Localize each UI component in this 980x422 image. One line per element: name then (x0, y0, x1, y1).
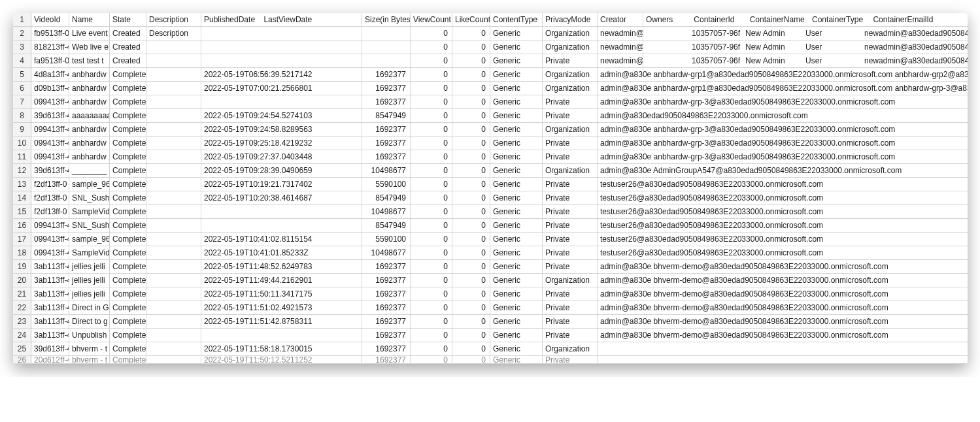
cell-contenttype[interactable]: Generic (490, 329, 543, 342)
cell-privacymode[interactable]: Organization (543, 164, 598, 178)
col-header-privacymode[interactable]: PrivacyMode (543, 13, 598, 27)
row-number[interactable]: 15 (13, 205, 31, 219)
cell-publisheddate[interactable]: 2022-05-19T09:24:58.8289563 (201, 123, 362, 137)
cell-description[interactable] (146, 123, 201, 137)
row-number[interactable]: 8 (13, 109, 31, 123)
row-number-header[interactable]: 1 (13, 13, 31, 27)
cell-state[interactable]: Completed (110, 315, 146, 329)
cell-contenttype[interactable]: Generic (490, 109, 543, 123)
cell-state[interactable]: Created (110, 41, 146, 54)
cell-publisheddate[interactable]: 2022-05-19T09:28:39.0490659 (201, 164, 362, 178)
cell-name[interactable]: jellies jelli (69, 274, 110, 287)
cell-videoid[interactable]: 099413ff-4 (31, 123, 69, 137)
cell-creator[interactable]: admin@a830e bhverm-demo@a830edad90508498… (598, 274, 968, 287)
cell-viewcount[interactable]: 0 (411, 150, 452, 164)
cell-videoid[interactable]: 818213ff-4 (31, 41, 69, 54)
cell-contenttype[interactable]: Generic (490, 123, 543, 137)
cell-videoid[interactable]: 099413ff-4 (31, 95, 69, 109)
cell-publisheddate[interactable] (201, 27, 362, 41)
cell-contenttype[interactable]: Generic (490, 54, 543, 68)
cell-creator[interactable]: testuser26@a830edad9050849863E22033000.o… (598, 219, 968, 233)
cell-publisheddate[interactable]: 2022-05-19T07:00:21.2566801 (201, 82, 362, 95)
cell-viewcount[interactable]: 0 (411, 27, 452, 41)
cell-contenttype[interactable]: Generic (490, 178, 543, 191)
cell-state[interactable]: Completed (110, 246, 146, 260)
cell-likecount[interactable]: 0 (452, 356, 490, 364)
cell-size[interactable]: 1692377 (362, 137, 411, 150)
cell-contenttype[interactable]: Generic (490, 41, 543, 54)
cell-state[interactable]: Created (110, 27, 146, 41)
cell-privacymode[interactable]: Private (543, 260, 598, 274)
cell-description[interactable] (146, 178, 201, 191)
cell-size[interactable]: 1692377 (362, 342, 411, 356)
cell-publisheddate[interactable]: 2022-05-19T11:49:44.2162901 (201, 274, 362, 287)
cell-description[interactable] (146, 342, 201, 356)
cell-likecount[interactable]: 0 (452, 178, 490, 191)
cell-name[interactable]: jellies jelli (69, 260, 110, 274)
cell-state[interactable]: Completed (110, 68, 146, 82)
cell-videoid[interactable]: 3ab113ff-4 (31, 301, 69, 315)
cell-likecount[interactable]: 0 (452, 123, 490, 137)
cell-viewcount[interactable]: 0 (411, 68, 452, 82)
cell-name[interactable]: anbhardw (69, 82, 110, 95)
cell-name[interactable]: anbhardw (69, 95, 110, 109)
cell-state[interactable]: Completed (110, 356, 146, 364)
cell-size[interactable]: 1692377 (362, 356, 411, 364)
cell-publisheddate[interactable]: 2022-05-19T10:41:02.8115154 (201, 233, 362, 246)
cell-contenttype[interactable]: Generic (490, 68, 543, 82)
cell-contenttype[interactable]: Generic (490, 274, 543, 287)
cell-creator[interactable] (598, 342, 968, 356)
cell-creator[interactable]: testuser26@a830edad9050849863E22033000.o… (598, 205, 968, 219)
cell-videoid[interactable]: 39d613ff-4 (31, 164, 69, 178)
cell-creator[interactable]: admin@a830e anbhardw-grp-3@a830edad90508… (598, 123, 968, 137)
cell-privacymode[interactable]: Organization (543, 68, 598, 82)
cell-videoid[interactable]: 099413ff-4 (31, 233, 69, 246)
cell-description[interactable] (146, 164, 201, 178)
row-number[interactable]: 11 (13, 150, 31, 164)
cell-name[interactable]: SNL_Sushi (69, 191, 110, 205)
cell-privacymode[interactable]: Private (543, 246, 598, 260)
cell-privacymode[interactable]: Private (543, 150, 598, 164)
cell-viewcount[interactable]: 0 (411, 233, 452, 246)
cell-creator[interactable]: newadmin@a830edad9050 (598, 41, 643, 54)
cell-name[interactable]: jellies jelli (69, 287, 110, 301)
cell-likecount[interactable]: 0 (452, 315, 490, 329)
row-number[interactable]: 23 (13, 315, 31, 329)
col-header-state[interactable]: State (110, 13, 146, 27)
cell-viewcount[interactable]: 0 (411, 246, 452, 260)
col-header-viewcount[interactable]: ViewCount (411, 13, 452, 27)
cell-videoid[interactable]: 3ab113ff-4 (31, 287, 69, 301)
col-header-contenttype[interactable]: ContentType (490, 13, 543, 27)
cell-creator[interactable]: testuser26@a830edad9050849863E22033000.o… (598, 246, 968, 260)
cell-videoid[interactable]: 099413ff-4 (31, 246, 69, 260)
cell-contenttype[interactable]: Generic (490, 342, 543, 356)
cell-description[interactable] (146, 287, 201, 301)
cell-publisheddate[interactable] (201, 54, 362, 68)
cell-viewcount[interactable]: 0 (411, 342, 452, 356)
cell-description[interactable] (146, 260, 201, 274)
cell-creator[interactable]: admin@a830e bhverm-demo@a830edad90508498… (598, 287, 968, 301)
cell-videoid[interactable]: f2df13ff-0 (31, 205, 69, 219)
row-number[interactable]: 10 (13, 137, 31, 150)
cell-state[interactable]: Completed (110, 178, 146, 191)
cell-size[interactable]: 1692377 (362, 260, 411, 274)
cell-creator[interactable]: admin@a830e anbhardw-grp-3@a830edad90508… (598, 150, 968, 164)
cell-state[interactable]: Completed (110, 82, 146, 95)
cell-privacymode[interactable]: Private (543, 109, 598, 123)
cell-creator[interactable]: admin@a830e bhverm-demo@a830edad90508498… (598, 301, 968, 315)
cell-description[interactable] (146, 82, 201, 95)
cell-videoid[interactable]: f2df13ff-0 (31, 178, 69, 191)
cell-contenttype[interactable]: Generic (490, 287, 543, 301)
cell-size[interactable]: 10498677 (362, 205, 411, 219)
cell-name[interactable]: Direct in G (69, 301, 110, 315)
cell-publisheddate[interactable] (201, 41, 362, 54)
cell-contenttype[interactable]: Generic (490, 356, 543, 364)
cell-publisheddate[interactable]: 2022-05-19T10:41:01.85233Z (201, 246, 362, 260)
cell-state[interactable]: Created (110, 54, 146, 68)
cell-privacymode[interactable]: Private (543, 219, 598, 233)
cell-size[interactable]: 5590100 (362, 233, 411, 246)
cell-creator[interactable]: testuser26@a830edad9050849863E22033000.o… (598, 233, 968, 246)
cell-description[interactable] (146, 356, 201, 364)
cell-description[interactable] (146, 301, 201, 315)
cell-viewcount[interactable]: 0 (411, 54, 452, 68)
